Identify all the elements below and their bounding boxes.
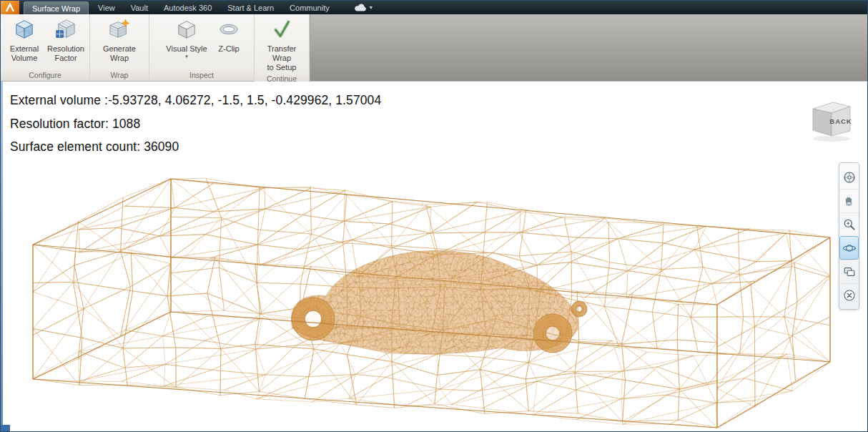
pan-button[interactable] <box>839 189 859 212</box>
visual-style-icon <box>176 19 197 43</box>
cloud-icon <box>353 3 368 12</box>
viewport: External volume :-5.93728, 4.06272, -1.5… <box>1 82 867 432</box>
generate-wrap-icon <box>109 19 130 43</box>
z-clip-icon <box>218 19 240 43</box>
autodesk-logo-icon <box>4 2 16 14</box>
ribbon: ExternalVolume ResolutionFactor <box>1 14 867 82</box>
cloud-menu-button[interactable]: ▾ <box>347 1 378 14</box>
surface-element-count-text: Surface element count: 36090 <box>10 135 381 159</box>
resolution-factor-button[interactable]: ResolutionFactor <box>46 16 86 64</box>
zoom-button[interactable] <box>839 212 859 236</box>
app-button[interactable] <box>1 1 19 14</box>
orbit-icon <box>842 241 857 255</box>
viewcube-face-label: BACK <box>829 117 852 125</box>
navigation-wheel-icon <box>842 170 857 185</box>
group-label-wrap: Wrap <box>90 70 149 81</box>
external-volume-icon <box>14 19 35 43</box>
ribbon-tab-bar: Surface Wrap View Vault Autodesk 360 Sta… <box>1 1 867 14</box>
close-navbar-button[interactable] <box>839 283 859 307</box>
zoom-icon <box>842 217 857 232</box>
ribbon-empty-area <box>310 14 867 81</box>
visual-style-button[interactable]: Visual Style ▾ <box>163 16 210 60</box>
ribbon-group-configure: ExternalVolume ResolutionFactor <box>1 14 90 81</box>
status-readout: External volume :-5.93728, 4.06272, -1.5… <box>10 89 381 159</box>
ribbon-group-continue: Transfer Wrapto Setup Continue <box>255 14 310 81</box>
navigation-toolbar <box>839 162 859 310</box>
group-label-inspect: Inspect <box>149 70 254 81</box>
tab-autodesk-360[interactable]: Autodesk 360 <box>156 1 220 14</box>
group-label-configure: Configure <box>1 70 89 81</box>
dropdown-caret-icon: ▾ <box>185 54 188 59</box>
ribbon-group-wrap: Generate Wrap Wrap <box>90 14 149 81</box>
external-volume-button[interactable]: ExternalVolume <box>4 16 44 64</box>
checkmark-icon <box>271 19 292 43</box>
ribbon-group-inspect: Visual Style ▾ Z-Clip Inspect <box>149 14 255 81</box>
generate-wrap-button[interactable]: Generate Wrap <box>94 16 145 64</box>
showmotion-button[interactable] <box>839 260 859 283</box>
tab-view[interactable]: View <box>90 1 123 14</box>
tab-vault[interactable]: Vault <box>123 1 156 14</box>
z-clip-button[interactable]: Z-Clip <box>212 16 246 55</box>
viewcube[interactable]: BACK <box>804 97 856 143</box>
window-frame-corner <box>1 425 10 432</box>
orbit-button[interactable] <box>839 236 859 260</box>
tab-surface-wrap[interactable]: Surface Wrap <box>24 1 89 14</box>
close-icon <box>842 288 857 303</box>
external-volume-text: External volume :-5.93728, 4.06272, -1.5… <box>10 89 381 112</box>
navigation-wheel-button[interactable] <box>839 165 859 189</box>
resolution-factor-text: Resolution factor: 1088 <box>10 112 381 136</box>
window-frame-left <box>1 82 3 432</box>
chevron-down-icon: ▾ <box>370 4 373 11</box>
showmotion-icon <box>842 265 857 279</box>
resolution-factor-icon <box>55 19 77 43</box>
tab-community[interactable]: Community <box>282 1 337 14</box>
transfer-wrap-button[interactable]: Transfer Wrapto Setup <box>258 16 305 74</box>
tab-start-learn[interactable]: Start & Learn <box>220 1 282 14</box>
pan-hand-icon <box>842 194 857 208</box>
application-window: Surface Wrap View Vault Autodesk 360 Sta… <box>0 0 868 432</box>
